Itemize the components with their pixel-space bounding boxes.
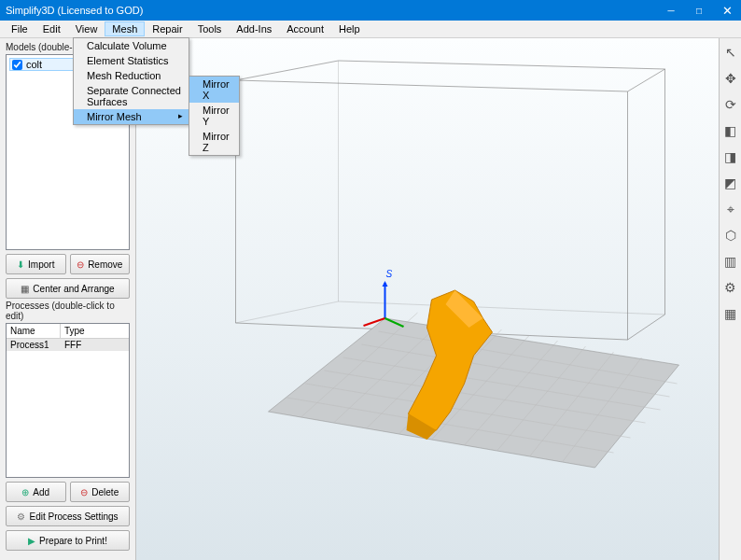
menu-mesh[interactable]: Mesh <box>105 21 145 36</box>
mesh-reduction[interactable]: Mesh Reduction <box>74 68 189 83</box>
mirror-x[interactable]: Mirror X <box>189 77 239 103</box>
origin-axes: S <box>364 269 404 327</box>
center-icon: ▦ <box>21 284 29 294</box>
menu-help[interactable]: Help <box>331 21 368 36</box>
menubar: File Edit View Mesh Repair Tools Add-Ins… <box>0 21 741 38</box>
edit-process-button[interactable]: ⚙Edit Process Settings <box>6 506 130 526</box>
processes-label: Processes (double-click to edit) <box>6 301 130 321</box>
tool-view-side[interactable]: ◩ <box>722 175 739 191</box>
minimize-button[interactable]: ─ <box>657 0 685 21</box>
model-checkbox[interactable] <box>12 60 22 70</box>
center-arrange-button[interactable]: ▦Center and Arrange <box>6 278 130 299</box>
menu-addins[interactable]: Add-Ins <box>229 21 279 36</box>
close-button[interactable]: ✕ <box>713 0 741 21</box>
tool-book[interactable]: ▥ <box>722 253 739 270</box>
import-icon: ⬇ <box>17 259 24 270</box>
tool-table[interactable]: ▦ <box>722 305 739 322</box>
tool-axis[interactable]: ⌖ <box>722 201 739 217</box>
prepare-print-button[interactable]: ▶Prepare to Print! <box>6 530 130 551</box>
menu-tools[interactable]: Tools <box>190 21 230 36</box>
menu-view[interactable]: View <box>68 21 105 36</box>
add-button[interactable]: ⊕Add <box>6 482 66 502</box>
tool-move[interactable]: ✥ <box>722 70 739 87</box>
mirror-y[interactable]: Mirror Y <box>189 103 239 129</box>
svg-text:S: S <box>386 269 393 279</box>
delete-icon: ⊖ <box>80 487 88 497</box>
delete-button[interactable]: ⊖Delete <box>70 482 131 502</box>
model-name: colt <box>26 59 42 70</box>
tool-wireframe[interactable]: ⬡ <box>722 227 739 244</box>
app-title: Simplify3D (Licensed to GOD) <box>6 5 143 16</box>
tool-view-top[interactable]: ◧ <box>722 122 739 139</box>
menu-file[interactable]: File <box>4 21 35 36</box>
import-button[interactable]: ⬇Import <box>6 254 66 274</box>
viewport-toolbar: ↖ ✥ ⟳ ◧ ◨ ◩ ⌖ ⬡ ▥ ⚙ ▦ <box>719 38 741 560</box>
processes-list[interactable]: Name Type Process1 FFF <box>6 323 130 478</box>
titlebar: Simplify3D (Licensed to GOD) ─ □ ✕ <box>0 0 741 21</box>
tool-cursor[interactable]: ↖ <box>722 44 739 61</box>
processes-header: Name Type <box>7 324 129 339</box>
tool-settings[interactable]: ⚙ <box>722 279 739 296</box>
remove-icon: ⊖ <box>77 259 84 270</box>
gear-icon: ⚙ <box>17 511 25 522</box>
add-icon: ⊕ <box>21 487 29 497</box>
menu-edit[interactable]: Edit <box>35 21 68 36</box>
table-row[interactable]: Process1 FFF <box>7 339 129 351</box>
remove-button[interactable]: ⊖Remove <box>70 254 131 274</box>
tool-rotate[interactable]: ⟳ <box>722 96 739 113</box>
menu-repair[interactable]: Repair <box>145 21 189 36</box>
mirror-z[interactable]: Mirror Z <box>189 129 239 155</box>
tool-view-front[interactable]: ◨ <box>722 148 739 165</box>
mesh-separate-surfaces[interactable]: Separate Connected Surfaces <box>74 83 189 109</box>
mesh-calculate-volume[interactable]: Calculate Volume <box>74 38 189 53</box>
mesh-element-statistics[interactable]: Element Statistics <box>74 53 189 68</box>
mesh-mirror[interactable]: Mirror Mesh <box>74 109 189 124</box>
play-icon: ▶ <box>28 536 35 546</box>
mesh-dropdown: Calculate Volume Element Statistics Mesh… <box>73 37 189 125</box>
maximize-button[interactable]: □ <box>685 0 713 21</box>
mirror-submenu: Mirror X Mirror Y Mirror Z <box>189 76 240 156</box>
menu-account[interactable]: Account <box>279 21 331 36</box>
